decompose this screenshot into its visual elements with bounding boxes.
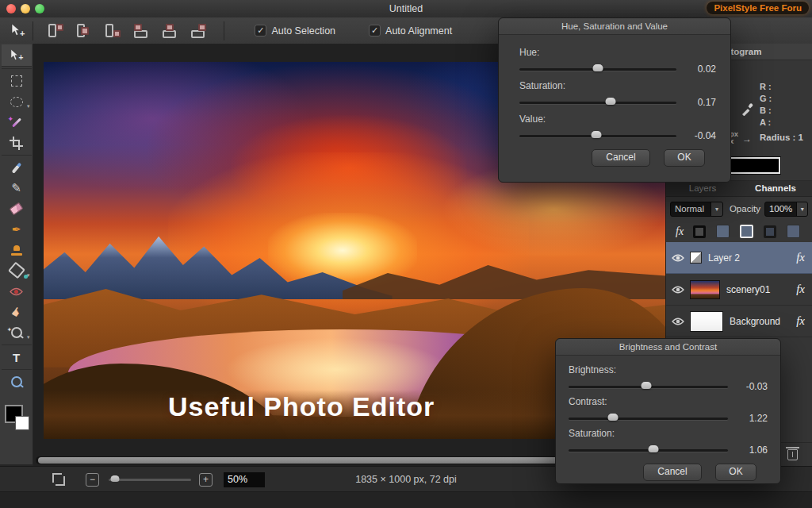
value-value: -0.04 — [683, 130, 716, 141]
align-bottom-icon[interactable] — [189, 23, 208, 39]
brightness-slider[interactable] — [569, 386, 728, 388]
saturation-label: Saturation: — [519, 80, 716, 91]
bc-saturation-slider-thumb[interactable] — [648, 445, 658, 452]
eraser-tool[interactable] — [2, 198, 32, 219]
alpha-channel-label: A : — [760, 117, 771, 129]
auto-selection-checkbox[interactable]: ✓ — [255, 25, 266, 37]
brush-tool[interactable] — [2, 157, 32, 178]
magic-wand-tool[interactable]: ✦ — [2, 112, 32, 133]
ok-button[interactable]: OK — [715, 464, 756, 481]
visibility-eye-icon[interactable] — [672, 286, 684, 294]
auto-alignment-checkbox-group[interactable]: ✓ Auto Alignment — [369, 25, 452, 37]
contrast-slider-thumb[interactable] — [608, 414, 619, 421]
fx-icon[interactable]: fx — [796, 283, 805, 296]
layer-style-button-5[interactable] — [787, 225, 800, 238]
fit-to-screen-icon[interactable] — [52, 473, 65, 486]
auto-selection-checkbox-group[interactable]: ✓ Auto Selection — [255, 25, 335, 37]
ellipse-select-tool[interactable]: ▾ — [2, 91, 32, 112]
align-right-icon[interactable] — [103, 23, 122, 39]
value-slider-thumb[interactable] — [592, 131, 602, 138]
layer-style-row: fx — [666, 221, 812, 242]
blend-mode-select[interactable]: Normal ▾ — [670, 202, 723, 217]
pencil-tool[interactable]: ✎ — [2, 178, 32, 198]
crop-tool[interactable] — [2, 133, 32, 153]
text-tool[interactable]: T — [2, 347, 32, 368]
red-channel-label: R : — [760, 81, 772, 93]
bc-saturation-slider[interactable] — [569, 449, 728, 452]
fx-icon[interactable]: fx — [796, 251, 805, 264]
layer-row-scenery01[interactable]: scenery01 fx — [666, 274, 812, 306]
layer-style-button-4[interactable] — [764, 225, 776, 238]
smudge-tool[interactable]: ☛ — [2, 302, 32, 322]
zoom-slider[interactable] — [109, 479, 191, 481]
hue-slider[interactable] — [519, 68, 676, 71]
effects-tool[interactable]: ✦▾ — [2, 322, 32, 343]
visibility-eye-icon[interactable] — [672, 318, 684, 325]
visibility-eye-icon[interactable] — [672, 254, 684, 262]
tools-sidebar: + ▾ ✦ ✎ ✒ ▾ ☛ ✦▾ T — [0, 44, 33, 464]
layer-thumbnail[interactable] — [690, 311, 723, 332]
zoom-tool[interactable] — [2, 371, 32, 392]
tab-layers[interactable]: Layers — [666, 181, 739, 196]
align-left-icon[interactable] — [46, 23, 65, 39]
eyedropper-icon: ✒ — [12, 223, 21, 236]
delete-layer-trash-icon[interactable] — [787, 449, 798, 460]
background-color-swatch[interactable] — [15, 416, 29, 430]
fx-icon[interactable]: fx — [676, 225, 684, 238]
ok-button[interactable]: OK — [664, 149, 705, 167]
align-top-icon[interactable] — [132, 23, 151, 39]
brightness-slider-thumb[interactable] — [642, 382, 652, 389]
value-slider[interactable] — [519, 135, 676, 137]
opacity-select[interactable]: 100% ▾ — [764, 202, 808, 217]
bc-dialog-titlebar[interactable]: Brightness and Contrast — [556, 339, 780, 356]
chevron-down-icon: ▾ — [796, 202, 807, 216]
separator — [33, 21, 33, 40]
pixelstyle-app-window: Untitled PixelStyle Free Foru + ✓ Auto S… — [0, 0, 812, 508]
move-tool[interactable]: + — [2, 44, 32, 67]
zoom-slider-thumb[interactable] — [111, 475, 120, 482]
pencil-icon: ✎ — [11, 181, 21, 195]
hsv-dialog-titlebar[interactable]: Hue, Saturation and Value — [499, 18, 730, 35]
saturation-slider-thumb[interactable] — [605, 98, 615, 105]
red-eye-tool[interactable] — [2, 281, 32, 302]
saturation-value: 0.17 — [683, 97, 716, 108]
layer-style-button-2[interactable] — [716, 225, 730, 238]
saturation-slider[interactable] — [519, 102, 676, 104]
cancel-button[interactable]: Cancel — [643, 464, 702, 481]
auto-alignment-checkbox[interactable]: ✓ — [369, 25, 381, 37]
zoom-in-button[interactable]: + — [199, 473, 213, 487]
clone-stamp-tool[interactable] — [2, 240, 32, 260]
radius-value-label: Radius : 1 — [760, 133, 803, 142]
title-bar[interactable]: Untitled PixelStyle Free Foru — [0, 0, 812, 18]
opacity-label: Opacity — [730, 204, 760, 214]
bc-saturation-value: 1.06 — [734, 444, 768, 456]
eyedropper-sample-icon — [741, 102, 755, 119]
layer-style-button-3[interactable] — [740, 225, 753, 238]
stamp-icon — [11, 245, 22, 256]
text-tool-icon: T — [13, 351, 20, 364]
finger-icon: ☛ — [7, 303, 25, 320]
layer-name: scenery01 — [726, 284, 770, 295]
layer-row-background[interactable]: Background fx — [666, 306, 812, 337]
zoom-level-field[interactable]: 50% — [224, 472, 265, 487]
window-title: Untitled — [0, 0, 812, 17]
hue-slider-thumb[interactable] — [593, 64, 603, 71]
pixelstyle-promo-badge[interactable]: PixelStyle Free Foru — [707, 2, 809, 14]
paint-bucket-tool[interactable]: ▾ — [2, 260, 32, 281]
cancel-button[interactable]: Cancel — [592, 149, 650, 167]
color-sampler-tool[interactable]: ✒ — [2, 219, 32, 240]
layer-thumbnail[interactable] — [690, 252, 702, 264]
fx-icon[interactable]: fx — [796, 314, 805, 328]
layer-thumbnail[interactable] — [690, 280, 720, 299]
zoom-out-button[interactable]: − — [86, 473, 99, 487]
align-vcenter-icon[interactable] — [160, 23, 179, 39]
contrast-slider[interactable] — [569, 418, 728, 420]
blue-channel-label: B : — [760, 105, 772, 117]
align-hcenter-icon[interactable] — [75, 23, 94, 39]
color-swatches[interactable] — [4, 405, 29, 430]
transform-selection-tool[interactable] — [2, 71, 32, 91]
layer-row-layer2[interactable]: Layer 2 fx — [666, 242, 812, 274]
layer-style-button-1[interactable] — [693, 225, 706, 238]
contrast-value: 1.22 — [734, 413, 768, 424]
tab-channels[interactable]: Channels — [739, 181, 812, 196]
